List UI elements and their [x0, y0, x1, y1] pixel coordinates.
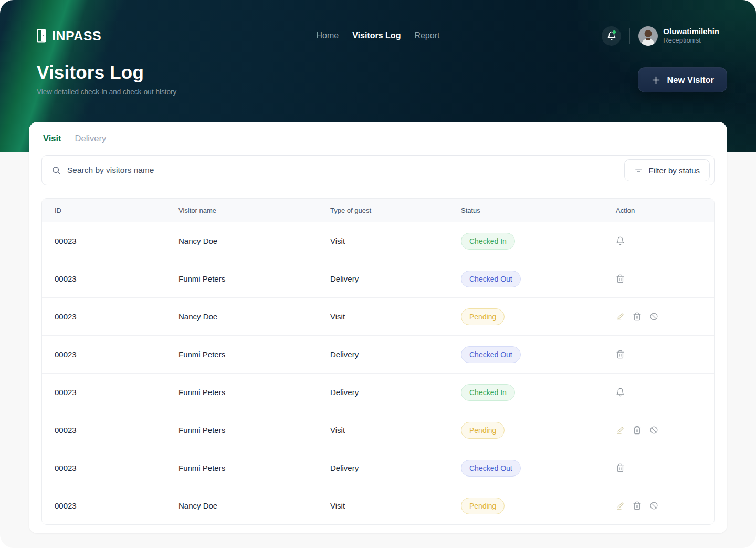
cell-actions	[616, 236, 714, 245]
page-header: Visitors Log View detailed check-in and …	[0, 62, 756, 96]
filter-icon	[634, 166, 643, 175]
table-row: 00023 Funmi Peters Delivery Checked Out	[42, 449, 714, 487]
table-row: 00023 Nancy Doe Visit Checked In	[42, 222, 714, 260]
nav-item-home[interactable]: Home	[317, 31, 339, 40]
table-header-row: ID Visitor name Type of guest Status Act…	[42, 199, 714, 222]
cell-visitor-name: Funmi Peters	[178, 274, 330, 283]
top-bar-right: Oluwatimilehin Receptionist	[602, 26, 719, 46]
top-bar: INPASS Home Visitors Log Report	[0, 23, 756, 48]
table-row: 00023 Funmi Peters Delivery Checked Out	[42, 335, 714, 373]
cell-actions	[616, 274, 714, 283]
user-menu[interactable]: Oluwatimilehin Receptionist	[638, 26, 719, 46]
status-badge: Checked In	[461, 384, 515, 401]
notifications-button[interactable]	[602, 26, 621, 46]
cell-type: Delivery	[330, 388, 461, 397]
delete-icon[interactable]	[616, 463, 625, 472]
cell-actions	[616, 388, 714, 397]
app-window: INPASS Home Visitors Log Report	[0, 0, 756, 548]
visitors-log-card: Visit Delivery Filter by status	[29, 122, 727, 533]
cell-status: Checked In	[461, 384, 616, 401]
cell-type: Delivery	[330, 350, 461, 359]
cell-actions	[616, 312, 714, 321]
table-row: 00023 Nancy Doe Visit Pending	[42, 487, 714, 524]
status-badge: Checked Out	[461, 271, 521, 287]
edit-icon[interactable]	[616, 426, 625, 435]
cell-type: Delivery	[330, 463, 461, 472]
nav-item-report[interactable]: Report	[414, 31, 439, 40]
table-row: 00023 Nancy Doe Visit Pending	[42, 297, 714, 335]
cell-visitor-name: Funmi Peters	[178, 350, 330, 359]
block-icon[interactable]	[649, 426, 658, 435]
block-icon[interactable]	[649, 501, 658, 510]
column-header-action: Action	[616, 206, 714, 214]
delete-icon[interactable]	[616, 350, 625, 359]
status-badge: Checked Out	[461, 346, 521, 363]
filter-by-status-button[interactable]: Filter by status	[624, 159, 710, 181]
user-name: Oluwatimilehin	[663, 26, 719, 37]
edit-icon[interactable]	[616, 501, 625, 510]
cell-visitor-name: Funmi Peters	[178, 388, 330, 397]
table-row: 00023 Funmi Peters Delivery Checked In	[42, 373, 714, 411]
cell-visitor-name: Funmi Peters	[178, 426, 330, 435]
block-icon[interactable]	[649, 312, 658, 321]
cell-id: 00023	[55, 501, 178, 510]
new-visitor-button[interactable]: New Visitor	[638, 67, 727, 92]
divider	[629, 28, 630, 44]
cell-status: Checked In	[461, 233, 616, 250]
status-badge: Pending	[461, 498, 505, 514]
cell-type: Delivery	[330, 274, 461, 283]
column-header-visitor-name: Visitor name	[178, 206, 330, 214]
column-header-id: ID	[55, 206, 178, 214]
status-badge: Checked In	[461, 233, 515, 250]
new-visitor-label: New Visitor	[667, 75, 714, 85]
edit-icon[interactable]	[616, 312, 625, 321]
status-badge: Pending	[461, 308, 505, 325]
cell-id: 00023	[55, 312, 178, 321]
status-badge: Pending	[461, 422, 505, 439]
delete-icon[interactable]	[633, 501, 642, 510]
bell-icon[interactable]	[616, 388, 625, 397]
plus-icon	[651, 75, 661, 85]
nav-item-visitors-log[interactable]: Visitors Log	[352, 31, 401, 40]
cell-status: Checked Out	[461, 460, 616, 477]
cell-actions	[616, 463, 714, 472]
cell-actions	[616, 501, 714, 510]
status-badge: Checked Out	[461, 460, 521, 477]
table-row: 00023 Funmi Peters Delivery Checked Out	[42, 260, 714, 297]
bell-icon[interactable]	[616, 236, 625, 245]
delete-icon[interactable]	[633, 312, 642, 321]
cell-status: Checked Out	[461, 271, 616, 287]
visitors-table: ID Visitor name Type of guest Status Act…	[41, 198, 715, 525]
table-body: 00023 Nancy Doe Visit Checked In 00023 F…	[42, 222, 714, 524]
page-title: Visitors Log	[37, 62, 176, 83]
cell-visitor-name: Nancy Doe	[178, 236, 330, 245]
cell-status: Pending	[461, 498, 616, 514]
search-input[interactable]	[67, 166, 624, 175]
cell-type: Visit	[330, 501, 461, 510]
notification-dot	[613, 30, 616, 34]
search-icon	[51, 166, 61, 175]
delete-icon[interactable]	[633, 426, 642, 435]
delete-icon[interactable]	[616, 274, 625, 283]
cell-type: Visit	[330, 312, 461, 321]
log-tabs: Visit Delivery	[41, 133, 715, 143]
cell-status: Pending	[461, 308, 616, 325]
cell-visitor-name: Funmi Peters	[178, 463, 330, 472]
cell-actions	[616, 350, 714, 359]
tab-delivery[interactable]: Delivery	[75, 133, 107, 143]
cell-id: 00023	[55, 236, 178, 245]
column-header-status: Status	[461, 206, 616, 214]
tab-visit[interactable]: Visit	[43, 133, 61, 143]
cell-id: 00023	[55, 274, 178, 283]
cell-type: Visit	[330, 236, 461, 245]
cell-type: Visit	[330, 426, 461, 435]
cell-status: Checked Out	[461, 346, 616, 363]
cell-actions	[616, 426, 714, 435]
cell-visitor-name: Nancy Doe	[178, 312, 330, 321]
cell-visitor-name: Nancy Doe	[178, 501, 330, 510]
page-subtitle: View detailed check-in and check-out his…	[37, 88, 176, 96]
user-role: Receptionist	[663, 36, 719, 45]
cell-id: 00023	[55, 463, 178, 472]
column-header-type: Type of guest	[330, 206, 461, 214]
cell-id: 00023	[55, 426, 178, 435]
